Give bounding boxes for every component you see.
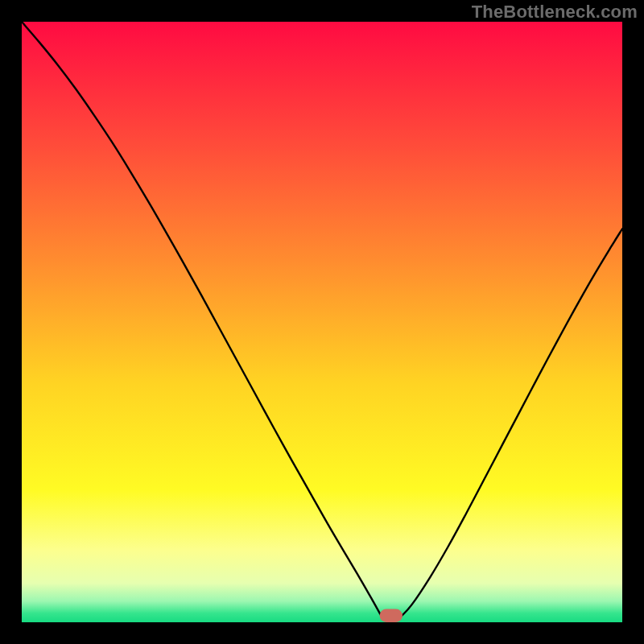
plot-gradient-background (22, 22, 622, 622)
watermark-label: TheBottleneck.com (472, 2, 638, 23)
bottleneck-chart (0, 0, 644, 644)
chart-stage: TheBottleneck.com (0, 0, 644, 644)
optimal-marker (380, 609, 402, 622)
